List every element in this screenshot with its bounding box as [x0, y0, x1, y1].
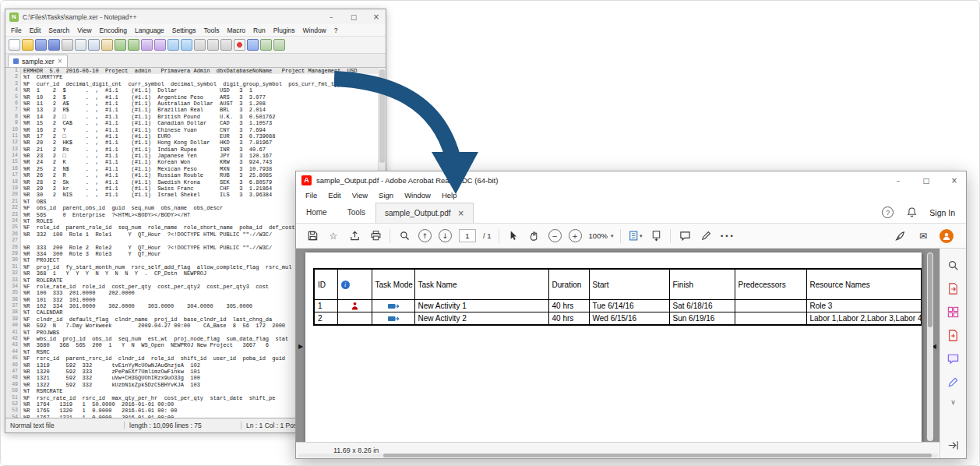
menu-item[interactable]: Window: [399, 191, 436, 199]
menu-item[interactable]: Search: [44, 26, 73, 34]
zoom-out-icon[interactable]: [181, 39, 192, 51]
search-tools-icon[interactable]: [947, 258, 961, 272]
email-icon[interactable]: ✉: [916, 229, 930, 243]
document-hscrollbar-thumb[interactable]: [383, 454, 932, 457]
acrobat-menubar: FileEditViewSignWindowHelp: [296, 189, 966, 202]
editor-vscrollbar-thumb[interactable]: [379, 69, 385, 163]
acrobat-close-button[interactable]: [943, 171, 966, 189]
paste-icon[interactable]: [101, 39, 113, 51]
save-icon[interactable]: [35, 39, 47, 51]
sign-quill-icon[interactable]: [893, 229, 907, 243]
zoom-in-icon[interactable]: +: [569, 229, 582, 242]
help-icon[interactable]: [882, 207, 894, 218]
notifications-bell-icon[interactable]: [904, 206, 918, 220]
select-tool-icon[interactable]: [506, 229, 520, 243]
tab-sample-xer[interactable]: sample.xer ×: [8, 55, 68, 67]
monitoring-icon[interactable]: [273, 39, 285, 51]
indent-guide-icon[interactable]: [220, 39, 232, 51]
menu-item[interactable]: ?: [330, 26, 342, 34]
document-hscrollbar[interactable]: [298, 454, 938, 457]
menu-item[interactable]: View: [73, 26, 95, 34]
menu-item[interactable]: Language: [131, 26, 168, 34]
zoom-in-icon[interactable]: [167, 39, 179, 51]
page-scroll-dropdown-icon[interactable]: [649, 229, 663, 243]
function-list-icon[interactable]: [260, 39, 272, 51]
line-number: 44: [5, 349, 21, 355]
undo-icon[interactable]: [115, 39, 126, 51]
line-number: 48: [5, 375, 21, 381]
word-wrap-icon[interactable]: [194, 39, 206, 51]
line-number: 5: [5, 94, 21, 101]
print-icon[interactable]: [368, 229, 382, 243]
share-icon[interactable]: [347, 229, 361, 243]
nav-pane-toggle-icon[interactable]: ▶: [298, 343, 303, 350]
comment-tools-icon[interactable]: [947, 351, 961, 365]
create-pdf-icon[interactable]: [947, 328, 961, 342]
menu-item[interactable]: Macro: [223, 26, 249, 34]
find-icon[interactable]: [397, 229, 411, 243]
menu-item[interactable]: Run: [249, 26, 270, 34]
page-fit-dropdown-icon[interactable]: ▾: [628, 229, 642, 243]
find-icon[interactable]: [141, 39, 153, 51]
replace-icon[interactable]: [154, 39, 166, 51]
menu-item[interactable]: Encoding: [96, 26, 131, 34]
menu-item[interactable]: Settings: [168, 26, 200, 34]
menu-item[interactable]: File: [300, 191, 323, 199]
playback-macro-icon[interactable]: [247, 39, 259, 51]
zoom-out-icon[interactable]: −: [548, 229, 562, 242]
cell-task-name: New Activity 2: [414, 312, 548, 326]
notepad-minimize-button[interactable]: [322, 9, 340, 24]
notepad-maximize-button[interactable]: [344, 9, 363, 24]
print-icon[interactable]: [62, 39, 73, 51]
comment-icon[interactable]: [678, 229, 692, 243]
new-file-icon[interactable]: [9, 39, 20, 51]
draw-pencil-icon[interactable]: [699, 229, 713, 243]
redo-icon[interactable]: [128, 39, 139, 51]
menu-item[interactable]: View: [347, 191, 373, 199]
open-file-icon[interactable]: [22, 39, 33, 51]
save-icon[interactable]: [305, 229, 319, 243]
zoom-level-dropdown[interactable]: 100% ▾: [589, 231, 614, 240]
menu-item[interactable]: Window: [299, 26, 330, 34]
show-all-characters-icon[interactable]: [207, 39, 219, 51]
editor-line: 9 %R 15 2 CA$ . , #1.1 (#1.1) Canadian D…: [5, 120, 379, 126]
notepad-close-button[interactable]: [367, 9, 386, 24]
account-avatar[interactable]: [939, 229, 954, 243]
acrobat-minimize-button[interactable]: [887, 171, 910, 189]
tab-close-icon[interactable]: ×: [458, 209, 464, 217]
collapse-rail-icon[interactable]: [947, 438, 961, 452]
fill-and-sign-icon[interactable]: [947, 375, 961, 389]
menu-item[interactable]: File: [7, 26, 26, 34]
editor-line: 12 %R 20 2 HK$ . , #1.1 (#1.1) Hong Kong…: [5, 139, 379, 146]
menu-item[interactable]: Plugins: [270, 26, 299, 34]
hand-tool-icon[interactable]: [527, 229, 541, 243]
info-icon: [341, 281, 350, 289]
document-vscrollbar[interactable]: [927, 252, 933, 441]
page-number-input[interactable]: 1: [459, 229, 476, 242]
copy-icon[interactable]: [88, 39, 100, 51]
document-vscrollbar-thumb[interactable]: [928, 253, 932, 327]
line-number: 29: [5, 251, 21, 257]
favorites-star-icon[interactable]: ☆: [326, 229, 340, 243]
menu-item[interactable]: Tools: [200, 26, 224, 34]
previous-page-icon[interactable]: ↑: [418, 229, 432, 242]
menu-item[interactable]: Edit: [26, 26, 45, 34]
menu-item[interactable]: Edit: [323, 191, 346, 199]
export-pdf-icon[interactable]: [947, 281, 961, 295]
editor-line: 6 %R 11 2 A$ . , #1.1 (#1.1) Australian …: [5, 101, 379, 107]
document-tab[interactable]: sample_Output.pdf ×: [375, 203, 474, 223]
acrobat-maximize-button[interactable]: [915, 171, 938, 189]
cut-icon[interactable]: [75, 39, 86, 51]
tab-close-icon[interactable]: ×: [58, 58, 63, 65]
tab-tools[interactable]: Tools: [337, 208, 375, 217]
menu-item[interactable]: Sign: [373, 191, 399, 199]
more-tools-chevron-icon[interactable]: ∨: [950, 398, 956, 406]
save-all-icon[interactable]: [48, 39, 60, 51]
start-recording-icon[interactable]: [234, 39, 245, 51]
organize-pages-icon[interactable]: [947, 305, 961, 319]
tab-home[interactable]: Home: [296, 208, 337, 217]
next-page-icon[interactable]: ↓: [439, 229, 452, 242]
more-tools-icon[interactable]: •••: [720, 229, 734, 243]
menu-item[interactable]: Help: [436, 191, 463, 199]
sign-in-button[interactable]: Sign In: [929, 208, 955, 217]
